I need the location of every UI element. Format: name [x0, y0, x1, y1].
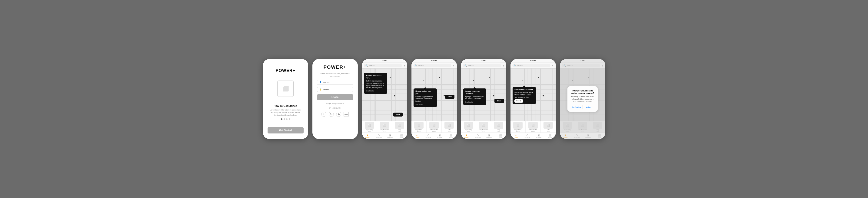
- outlets-screen-1: Outlets 🔍 Search 🎙 You can find outlets …: [362, 59, 407, 139]
- skip-tutorial-3[interactable]: Skip tutorial: [465, 101, 485, 103]
- map-pin-1b: [389, 76, 392, 79]
- login-logo: POWER+: [323, 65, 346, 70]
- map-pin-3b: [488, 76, 491, 79]
- outlet-item-4b: ⬜ vinhphatmobile 1.3 km: [526, 121, 541, 133]
- zalo-login-button[interactable]: Zalo: [344, 112, 349, 117]
- map-bg-3: Manage your power bank here! If you got …: [461, 68, 506, 121]
- outlet-item-1b: ⬜ vinhphatmobile 1.3 km: [377, 121, 392, 133]
- nav-mypower-4[interactable]: ▣ My Power: [533, 133, 545, 139]
- dont-allow-button[interactable]: Don't Allow: [570, 105, 583, 109]
- outlet-dist-1a: 800 m: [368, 130, 371, 132]
- skip-tutorial-2[interactable]: Skip tutorial: [415, 103, 435, 106]
- outlet-item-4c: ⬜ cellp 1.8 k: [541, 121, 556, 133]
- nav-mypower-label-3: My Power: [486, 137, 492, 138]
- outlets-screen-4: Outlets 🔍 Search 🎙 Enable Location servi…: [510, 59, 556, 139]
- nav-exchange-label-3: Exchange: [475, 137, 480, 138]
- nav-outlets-4[interactable]: ★ Outlets: [510, 133, 522, 139]
- nav-exchange-3[interactable]: ⬡ Exchange: [472, 133, 484, 139]
- outlet-item-1a: ⬜ thegioididing 800 m: [362, 121, 377, 133]
- allow-button[interactable]: Allow: [583, 105, 595, 109]
- nav-profile-label-1: Profile: [400, 137, 403, 138]
- tutorial-bubble-1: You can find outlets here. Outlet is a p…: [364, 73, 387, 94]
- login-button[interactable]: Log In: [317, 94, 353, 100]
- tutorial-body-2: We have suggested some outlets near your…: [415, 96, 435, 102]
- map-pin-2b: [439, 76, 441, 79]
- nav-profile-2[interactable]: ⬜ Profile: [445, 133, 457, 139]
- exchange-nav-icon-3: ⬡: [477, 134, 479, 136]
- search-icon-1: 🔍: [365, 65, 368, 67]
- search-placeholder-4: Search: [517, 65, 523, 67]
- got-it-button-4[interactable]: Got it!: [515, 99, 523, 103]
- or-divider: OR LOGIN WITH: [329, 107, 341, 109]
- outlet-thumb-2a: ⬜: [414, 122, 424, 129]
- next-button-3[interactable]: Next: [494, 99, 504, 103]
- dot-3: [286, 119, 287, 120]
- map-road-4v2: [540, 68, 541, 121]
- outlet-thumb-4c: ⬜: [544, 122, 553, 129]
- splash-image: ⬜: [277, 80, 293, 97]
- mic-icon-3[interactable]: 🎙: [502, 65, 504, 67]
- nav-exchange-2[interactable]: ⬡ Exchange: [423, 133, 434, 139]
- instagram-login-button[interactable]: ◎: [336, 112, 341, 117]
- nav-exchange-1[interactable]: ⬡ Exchange: [373, 133, 384, 139]
- mic-icon-1[interactable]: 🎙: [403, 65, 405, 67]
- outlets-screen-5: Outlets 🔍 Search 🎙 POWER+ would like to …: [560, 59, 605, 139]
- outlets-nav-icon-1: ★: [366, 134, 368, 136]
- tutorial-bubble-3: Manage your power bank here! If you got …: [463, 89, 486, 105]
- profile-nav-icon-4: ⬜: [549, 134, 551, 136]
- forgot-password-link[interactable]: Forgot your password?: [326, 102, 344, 104]
- dot-4: [289, 119, 290, 120]
- outlets-title-2: Outlets: [431, 60, 437, 62]
- map-pin-3c: [493, 95, 495, 97]
- search-bar-3[interactable]: 🔍 Search: [463, 64, 501, 67]
- bottom-nav-2: ★ Outlets ⬡ Exchange ▣ My Power ⬜ Profil…: [411, 133, 457, 139]
- exchange-nav-icon-4: ⬡: [526, 134, 528, 136]
- nav-exchange-4[interactable]: ⬡ Exchange: [522, 133, 533, 139]
- skip-tutorial-1[interactable]: Skip tutorial: [366, 90, 385, 92]
- bottom-nav-3: ★ Outlets ⬡ Exchange ▣ My Power ⬜ Profil…: [461, 133, 506, 139]
- nav-mypower-label-2: My Power: [437, 137, 442, 138]
- outlet-thumb-4b: ⬜: [528, 122, 538, 129]
- outlets-screen-2: Outlets 🔍 Search 🎙 Nearest outlets from …: [411, 59, 457, 139]
- search-bar-1[interactable]: 🔍 Search: [364, 64, 402, 67]
- outlets-list-1: ⬜ thegioididing 800 m ⬜ vinhphatmobile 1…: [362, 121, 407, 133]
- nav-profile-4[interactable]: ⬜ Profile: [545, 133, 556, 139]
- outlet-dist-1c: 1.8 k: [398, 130, 401, 132]
- map-road-2h1: [411, 84, 457, 85]
- map-road-v2: [391, 68, 392, 121]
- map-bg-4: Enable Location service. For best experi…: [510, 68, 556, 121]
- mic-icon-2[interactable]: 🎙: [453, 65, 455, 67]
- tutorial-body-1: Outlet is a place you can exchange your …: [366, 80, 385, 89]
- dot-2: [284, 119, 285, 120]
- alert-body-5: Activating locations service can help yo…: [570, 95, 595, 103]
- nav-exchange-label-2: Exchange: [425, 137, 431, 138]
- password-field[interactable]: 🔒 ••••••••••: [317, 87, 353, 92]
- outlets-list-2: ⬜ thegioididing 800 m ⬜ vinhphatmobile 1…: [411, 121, 457, 133]
- facebook-login-button[interactable]: f: [321, 112, 327, 117]
- bubble-arrow-4: [523, 86, 525, 87]
- nav-mypower-2[interactable]: ▣ My Power: [434, 133, 445, 139]
- map-pin-3a: [472, 79, 474, 81]
- nav-outlets-label-3: Outlets: [464, 137, 468, 138]
- nav-outlets-3[interactable]: ★ Outlets: [461, 133, 472, 139]
- nav-mypower-1[interactable]: ▣ My Power: [384, 133, 396, 139]
- get-started-button[interactable]: Get Started: [268, 127, 304, 133]
- nav-profile-1[interactable]: ⬜ Profile: [396, 133, 407, 139]
- tutorial-bubble-4: Enable Location service. For best experi…: [513, 87, 536, 104]
- outlet-thumb-1b: ⬜: [380, 122, 389, 129]
- outlets-title-1: Outlets: [382, 60, 387, 62]
- search-bar-2[interactable]: 🔍 Search: [413, 64, 452, 67]
- search-bar-4[interactable]: 🔍 Search: [512, 64, 551, 67]
- next-button-2[interactable]: Next: [445, 95, 454, 99]
- nav-profile-3[interactable]: ⬜ Profile: [495, 133, 506, 139]
- nav-outlets-1[interactable]: ★ Outlets: [362, 133, 373, 139]
- nav-mypower-3[interactable]: ▣ My Power: [484, 133, 495, 139]
- username-field[interactable]: 👤 john123: [317, 80, 353, 85]
- mypower-nav-icon-2: ▣: [439, 134, 441, 136]
- map-2: Nearest outlets from you. We have sugges…: [411, 68, 457, 121]
- next-button-1[interactable]: Next: [393, 112, 403, 117]
- map-pin-4a: [522, 79, 524, 81]
- google-login-button[interactable]: G+: [329, 112, 334, 117]
- mic-icon-4[interactable]: 🎙: [552, 65, 554, 67]
- nav-outlets-2[interactable]: ★ Outlets: [411, 133, 423, 139]
